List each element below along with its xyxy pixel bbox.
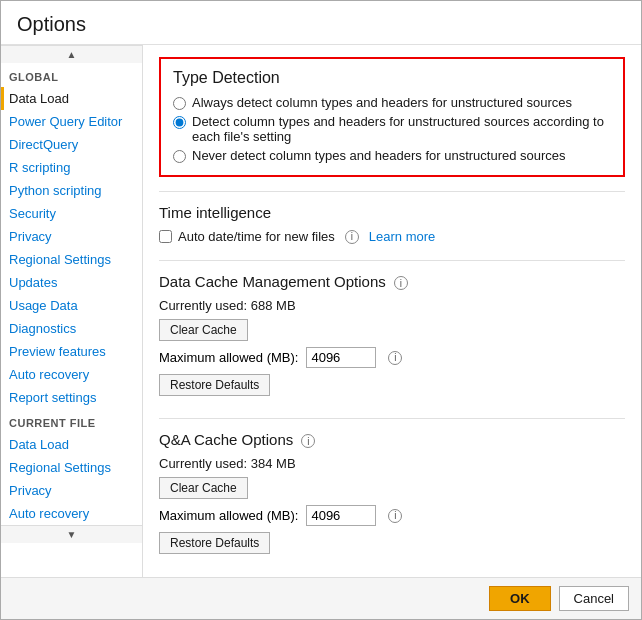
sidebar-item-updates[interactable]: Updates [1,271,142,294]
options-dialog: Options ▲ GLOBAL Data Load Power Query E… [0,0,642,620]
data-cache-max-row: Maximum allowed (MB): i [159,347,625,368]
qa-cache-info-icon: i [301,434,315,448]
data-cache-clear-button[interactable]: Clear Cache [159,319,248,341]
qa-cache-used-value: 384 MB [251,456,296,471]
data-cache-max-info-icon: i [388,351,402,365]
type-detection-title: Type Detection [173,69,611,87]
time-intelligence-title: Time intelligence [159,204,625,221]
qa-cache-title: Q&A Cache Options i [159,431,625,448]
auto-datetime-checkbox[interactable] [159,230,172,243]
learn-more-link[interactable]: Learn more [369,229,435,244]
sidebar-item-diagnostics[interactable]: Diagnostics [1,317,142,340]
sidebar-item-cf-data-load[interactable]: Data Load [1,433,142,456]
sidebar-item-cf-privacy[interactable]: Privacy [1,479,142,502]
qa-cache-max-input[interactable] [306,505,376,526]
data-cache-info-icon: i [394,276,408,290]
radio-always-label: Always detect column types and headers f… [192,95,572,110]
cancel-button[interactable]: Cancel [559,586,629,611]
data-cache-section: Data Cache Management Options i Currentl… [159,273,625,402]
time-intelligence-info-icon: i [345,230,359,244]
sidebar-item-cf-regional-settings[interactable]: Regional Settings [1,456,142,479]
data-cache-restore-button[interactable]: Restore Defaults [159,374,270,396]
sidebar-item-security[interactable]: Security [1,202,142,225]
sidebar-item-privacy[interactable]: Privacy [1,225,142,248]
time-intelligence-section: Time intelligence Auto date/time for new… [159,204,625,244]
radio-always[interactable] [173,97,186,110]
radio-per-file-label: Detect column types and headers for unst… [192,114,611,144]
data-cache-max-input[interactable] [306,347,376,368]
sidebar-scroll-down-btn[interactable]: ▼ [1,525,142,543]
sidebar-current-file-label: CURRENT FILE [1,409,142,433]
type-detection-option-always[interactable]: Always detect column types and headers f… [173,95,611,110]
chevron-down-icon: ▼ [67,529,77,540]
data-cache-used: Currently used: 688 MB [159,298,625,313]
sidebar: ▲ GLOBAL Data Load Power Query Editor Di… [1,45,143,577]
sidebar-item-usage-data[interactable]: Usage Data [1,294,142,317]
sidebar-scroll-up-btn[interactable]: ▲ [1,45,142,63]
divider-data-cache [159,260,625,261]
radio-never[interactable] [173,150,186,163]
type-detection-radio-group: Always detect column types and headers f… [173,95,611,163]
data-cache-title: Data Cache Management Options i [159,273,625,290]
qa-cache-max-label: Maximum allowed (MB): [159,508,298,523]
dialog-body: ▲ GLOBAL Data Load Power Query Editor Di… [1,45,641,577]
type-detection-section: Type Detection Always detect column type… [159,57,625,177]
data-cache-used-value: 688 MB [251,298,296,313]
dialog-title: Options [1,1,641,45]
ok-button[interactable]: OK [489,586,551,611]
data-cache-max-label: Maximum allowed (MB): [159,350,298,365]
divider-time-intelligence [159,191,625,192]
sidebar-global-label: GLOBAL [1,63,142,87]
divider-qa-cache [159,418,625,419]
chevron-up-icon: ▲ [67,49,77,60]
qa-cache-max-row: Maximum allowed (MB): i [159,505,625,526]
sidebar-item-preview-features[interactable]: Preview features [1,340,142,363]
main-content: Type Detection Always detect column type… [143,45,641,577]
sidebar-item-r-scripting[interactable]: R scripting [1,156,142,179]
radio-never-label: Never detect column types and headers fo… [192,148,566,163]
sidebar-item-directquery[interactable]: DirectQuery [1,133,142,156]
auto-datetime-label: Auto date/time for new files [178,229,335,244]
sidebar-item-data-load[interactable]: Data Load [1,87,142,110]
sidebar-item-regional-settings[interactable]: Regional Settings [1,248,142,271]
sidebar-scroll[interactable]: ▲ GLOBAL Data Load Power Query Editor Di… [1,45,142,577]
sidebar-item-python-scripting[interactable]: Python scripting [1,179,142,202]
sidebar-item-power-query-editor[interactable]: Power Query Editor [1,110,142,133]
qa-cache-used: Currently used: 384 MB [159,456,625,471]
dialog-footer: OK Cancel [1,577,641,619]
qa-cache-max-info-icon: i [388,509,402,523]
sidebar-item-cf-auto-recovery[interactable]: Auto recovery [1,502,142,525]
qa-cache-clear-button[interactable]: Clear Cache [159,477,248,499]
sidebar-item-auto-recovery[interactable]: Auto recovery [1,363,142,386]
type-detection-option-never[interactable]: Never detect column types and headers fo… [173,148,611,163]
time-intelligence-checkbox-row: Auto date/time for new files i Learn mor… [159,229,625,244]
qa-cache-section: Q&A Cache Options i Currently used: 384 … [159,431,625,560]
radio-per-file[interactable] [173,116,186,129]
qa-cache-restore-button[interactable]: Restore Defaults [159,532,270,554]
sidebar-item-report-settings[interactable]: Report settings [1,386,142,409]
type-detection-option-per-file[interactable]: Detect column types and headers for unst… [173,114,611,144]
